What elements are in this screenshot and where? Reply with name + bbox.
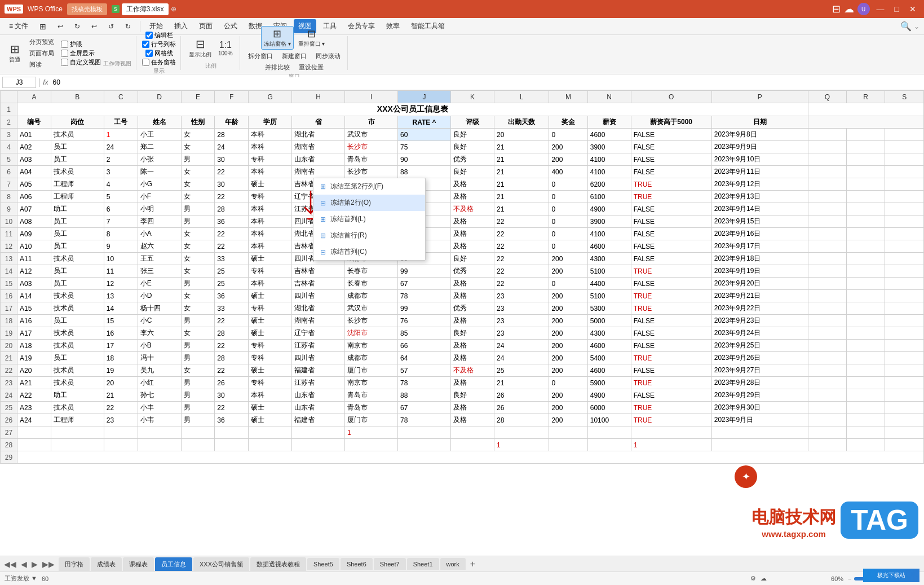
- col-N[interactable]: N: [587, 91, 631, 103]
- cell[interactable]: 硕士: [249, 402, 292, 414]
- cell[interactable]: A23: [17, 402, 51, 414]
- cell[interactable]: 优秀: [451, 265, 494, 278]
- col-B[interactable]: B: [51, 91, 104, 103]
- cell[interactable]: 及格: [451, 340, 494, 352]
- col-L[interactable]: L: [494, 91, 549, 103]
- cell[interactable]: 吉林省: [292, 278, 345, 290]
- table-row[interactable]: 14 A12 员工 11 张三 女 25 专科 吉林省 长春市 99 优秀 22…: [1, 265, 924, 278]
- file-name[interactable]: 工作簿3.xlsx: [122, 3, 169, 15]
- cell[interactable]: 20: [494, 129, 549, 141]
- cell[interactable]: 李四: [138, 215, 181, 228]
- freeze-col1-item[interactable]: ⊞ 冻结首列(L): [313, 211, 425, 227]
- cell[interactable]: 99: [398, 265, 451, 278]
- cell[interactable]: 3900: [587, 215, 631, 228]
- cell[interactable]: 及格: [451, 278, 494, 290]
- cell[interactable]: 17: [104, 340, 138, 352]
- table-row[interactable]: 9 A07 助工 6 小明 男 28 本科 江苏省 南京市 50 不及格 21 …: [1, 203, 924, 215]
- cell[interactable]: 技术员: [51, 302, 104, 315]
- cell[interactable]: 21: [494, 178, 549, 191]
- cell[interactable]: 助工: [51, 389, 104, 402]
- cell[interactable]: 9: [104, 240, 138, 253]
- freeze-row2-item[interactable]: ⊟ 冻结第2行(O): [313, 195, 425, 211]
- cell[interactable]: A07: [17, 203, 51, 215]
- cell[interactable]: 6200: [587, 178, 631, 191]
- cell[interactable]: 南京市: [345, 377, 398, 389]
- cell[interactable]: 21: [494, 191, 549, 203]
- table-row[interactable]: 15 A03 员工 12 小E 男 25 本科 吉林省 长春市 67 及格 22…: [1, 278, 924, 290]
- cell[interactable]: 2023年9月25日: [711, 340, 808, 352]
- cell[interactable]: 200: [549, 253, 587, 265]
- cell[interactable]: FALSE: [631, 278, 711, 290]
- cell[interactable]: FALSE: [631, 253, 711, 265]
- tab-add-icon[interactable]: ⊕: [171, 5, 176, 13]
- cell[interactable]: 5: [104, 191, 138, 203]
- cell[interactable]: A21: [17, 377, 51, 389]
- cell[interactable]: 0: [549, 191, 587, 203]
- cell[interactable]: 员工: [51, 215, 104, 228]
- cell[interactable]: 本科: [249, 215, 292, 228]
- cell[interactable]: 200: [549, 389, 587, 402]
- zoom-out-btn[interactable]: ⊟ 显示比例: [187, 36, 214, 60]
- col-F[interactable]: F: [215, 91, 249, 103]
- cell[interactable]: 厦门市: [345, 364, 398, 377]
- cell[interactable]: 专科: [249, 191, 292, 203]
- col-C[interactable]: C: [104, 91, 138, 103]
- cell[interactable]: 22: [215, 364, 249, 377]
- cell[interactable]: 5100: [587, 290, 631, 302]
- cell[interactable]: A18: [17, 340, 51, 352]
- cell[interactable]: 200: [549, 364, 587, 377]
- cell[interactable]: 2023年9月24日: [711, 327, 808, 340]
- tab-next-btn[interactable]: ▶: [30, 560, 39, 569]
- cell[interactable]: 小B: [138, 340, 181, 352]
- cell[interactable]: 女: [181, 129, 215, 141]
- cell[interactable]: 22: [215, 402, 249, 414]
- cell[interactable]: 及格: [451, 240, 494, 253]
- cell[interactable]: A19: [17, 352, 51, 364]
- cell[interactable]: 男: [181, 153, 215, 166]
- cell[interactable]: 不及格: [451, 364, 494, 377]
- cell[interactable]: 24: [494, 352, 549, 364]
- cell[interactable]: 技术员: [51, 290, 104, 302]
- cell[interactable]: 李六: [138, 327, 181, 340]
- cell[interactable]: 2023年9月28日: [711, 377, 808, 389]
- cell[interactable]: 20: [104, 377, 138, 389]
- cell[interactable]: 1: [104, 129, 138, 141]
- cell[interactable]: 本科: [249, 166, 292, 178]
- cell[interactable]: 赵六: [138, 240, 181, 253]
- cell[interactable]: 四川省: [292, 290, 345, 302]
- cell[interactable]: 本科: [249, 203, 292, 215]
- col-J[interactable]: J: [398, 91, 451, 103]
- col-Q[interactable]: Q: [808, 91, 846, 103]
- cell[interactable]: 小张: [138, 153, 181, 166]
- table-row[interactable]: 4 A02 员工 24 郑二 女 24 本科 湖南省 长沙市 75 良好 21 …: [1, 141, 924, 153]
- cell[interactable]: 4400: [587, 278, 631, 290]
- table-row[interactable]: 20 A18 技术员 17 小B 男 22 专科 江苏省 南京市 66 及格 2…: [1, 340, 924, 352]
- cell[interactable]: 女: [181, 253, 215, 265]
- cell[interactable]: 13: [104, 290, 138, 302]
- cell[interactable]: A14: [17, 290, 51, 302]
- cell[interactable]: A17: [17, 327, 51, 340]
- cell[interactable]: FALSE: [631, 215, 711, 228]
- close-btn[interactable]: ✕: [906, 5, 919, 14]
- tab-kecheng[interactable]: 课程表: [123, 557, 154, 571]
- cell[interactable]: 良好: [451, 327, 494, 340]
- cell[interactable]: 小E: [138, 278, 181, 290]
- menu-undo[interactable]: ↩: [53, 20, 68, 33]
- cell[interactable]: 22: [104, 402, 138, 414]
- cell[interactable]: 技术员: [51, 377, 104, 389]
- cell[interactable]: 75: [398, 141, 451, 153]
- menu-ai[interactable]: 智能工具箱: [406, 19, 449, 33]
- cell[interactable]: 男: [181, 278, 215, 290]
- cell[interactable]: 良好: [451, 253, 494, 265]
- tab-first-btn[interactable]: ◀◀: [2, 560, 18, 569]
- cell[interactable]: 76: [398, 315, 451, 327]
- compare-btn[interactable]: 并排比较: [262, 62, 293, 73]
- col-G[interactable]: G: [249, 91, 292, 103]
- cell[interactable]: 2023年9月22日: [711, 302, 808, 315]
- col-S[interactable]: S: [885, 91, 924, 103]
- cell[interactable]: 25: [494, 364, 549, 377]
- cell[interactable]: 22: [494, 253, 549, 265]
- cell[interactable]: 30: [215, 389, 249, 402]
- cell[interactable]: 23: [104, 414, 138, 426]
- cell[interactable]: 工程师: [51, 178, 104, 191]
